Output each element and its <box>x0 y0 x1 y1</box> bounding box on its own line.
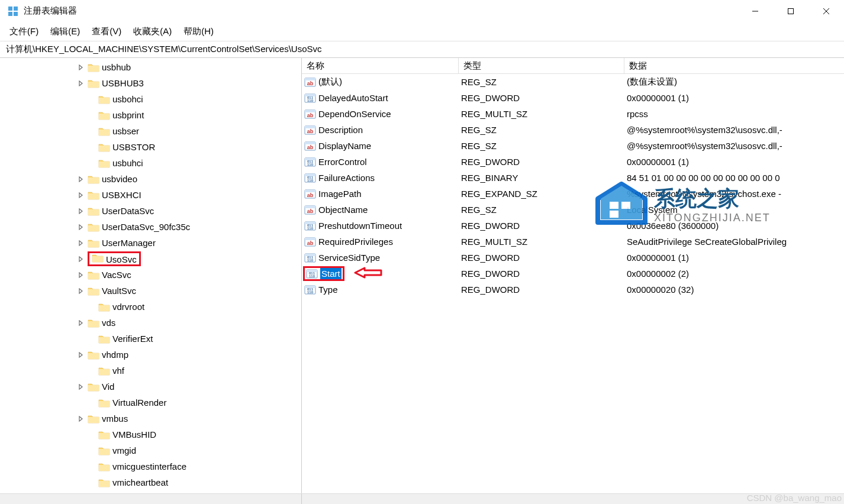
expand-icon[interactable] <box>88 479 96 487</box>
expand-icon[interactable] <box>88 303 96 311</box>
tree-item[interactable]: VerifierExt <box>0 331 301 347</box>
value-row[interactable]: ErrorControlREG_DWORD0x00000001 (1) <box>302 154 844 170</box>
column-data[interactable]: 数据 <box>624 58 844 73</box>
menu-edit[interactable]: 编辑(E) <box>44 24 86 40</box>
tree-item[interactable]: VacSvc <box>0 267 301 283</box>
expand-icon[interactable] <box>88 335 96 343</box>
folder-icon <box>88 270 99 280</box>
cell-data: 0x0036ee80 (3600000) <box>624 221 844 231</box>
value-row[interactable]: ImagePathREG_EXPAND_SZ%systemroot%\syste… <box>302 186 844 202</box>
minimize-button[interactable] <box>737 0 773 22</box>
tree-item[interactable]: usbser <box>0 123 301 139</box>
menu-favorites[interactable]: 收藏夹(A) <box>127 24 178 40</box>
expand-icon[interactable] <box>77 207 85 215</box>
tree-item[interactable]: USBHUB3 <box>0 75 301 91</box>
expand-icon[interactable] <box>88 447 96 455</box>
expand-icon[interactable] <box>88 431 96 439</box>
menu-file[interactable]: 文件(F) <box>4 24 44 40</box>
value-row[interactable]: DisplayNameREG_SZ@%systemroot%\system32\… <box>302 138 844 154</box>
tree-item[interactable]: VMBusHID <box>0 427 301 442</box>
value-row[interactable]: DelayedAutoStartREG_DWORD0x00000001 (1) <box>302 90 844 106</box>
expand-icon[interactable] <box>77 287 85 295</box>
cell-type: REG_DWORD <box>459 269 624 279</box>
column-name[interactable]: 名称 <box>302 58 459 73</box>
addressbar[interactable]: 计算机\HKEY_LOCAL_MACHINE\SYSTEM\CurrentCon… <box>0 41 844 58</box>
expand-icon[interactable] <box>88 367 96 375</box>
expand-icon[interactable] <box>88 127 96 135</box>
annotation-highlight: UsoSvc <box>88 251 141 266</box>
value-row[interactable]: DescriptionREG_SZ@%systemroot%\system32\… <box>302 122 844 138</box>
tree-item[interactable]: usbvideo <box>0 171 301 187</box>
tree-item[interactable]: VaultSvc <box>0 283 301 299</box>
tree-item[interactable]: USBSTOR <box>0 139 301 155</box>
expand-icon[interactable] <box>88 111 96 119</box>
tree-item[interactable]: Vid <box>0 379 301 395</box>
tree-item[interactable]: usbohci <box>0 91 301 107</box>
value-row[interactable]: RequiredPrivilegesREG_MULTI_SZSeAuditPri… <box>302 234 844 250</box>
folder-icon <box>98 95 110 104</box>
svg-rect-12 <box>788 8 794 14</box>
value-row[interactable]: StartREG_DWORD0x00000002 (2) <box>302 266 844 282</box>
expand-icon[interactable] <box>88 463 96 471</box>
column-type[interactable]: 类型 <box>459 58 624 73</box>
expand-icon[interactable] <box>77 175 85 183</box>
maximize-button[interactable] <box>773 0 808 22</box>
tree-item[interactable]: UserManager <box>0 235 301 251</box>
expand-icon[interactable] <box>77 255 85 263</box>
expand-icon[interactable] <box>77 63 85 72</box>
folder-icon <box>98 478 110 487</box>
folder-icon <box>88 238 99 248</box>
tree-hscroll[interactable] <box>0 494 302 504</box>
list-body[interactable]: (默认)REG_SZ(数值未设置)DelayedAutoStartREG_DWO… <box>302 74 844 493</box>
tree-item[interactable]: vhf <box>0 363 301 379</box>
expand-icon[interactable] <box>77 351 85 359</box>
tree-item[interactable]: vmicheartbeat <box>0 474 301 490</box>
folder-icon <box>98 127 110 136</box>
value-row[interactable]: DependOnServiceREG_MULTI_SZrpcss <box>302 106 844 122</box>
tree-item[interactable]: vmgid <box>0 442 301 458</box>
tree-item[interactable]: vhdmp <box>0 347 301 363</box>
tree-item[interactable]: usbhub <box>0 59 301 75</box>
value-row[interactable]: (默认)REG_SZ(数值未设置) <box>302 74 844 90</box>
tree-label: vdrvroot <box>112 302 144 312</box>
expand-icon[interactable] <box>77 415 85 423</box>
tree-panel[interactable]: usbhubUSBHUB3usbohciusbprintusbserUSBSTO… <box>0 58 302 493</box>
tree-item[interactable]: USBXHCI <box>0 187 301 203</box>
expand-icon[interactable] <box>88 159 96 167</box>
cell-data: SeAuditPrivilege SeCreateGlobalPrivileg <box>624 237 844 247</box>
value-row[interactable]: ObjectNameREG_SZLocalSystem <box>302 202 844 218</box>
tree-item[interactable]: VirtualRender <box>0 395 301 411</box>
binary-value-icon <box>304 157 316 167</box>
tree-item[interactable]: vds <box>0 315 301 331</box>
value-row[interactable]: TypeREG_DWORD0x00000020 (32) <box>302 282 844 298</box>
expand-icon[interactable] <box>77 319 85 327</box>
tree-item[interactable]: UsoSvc <box>0 251 301 267</box>
expand-icon[interactable] <box>77 239 85 247</box>
close-button[interactable] <box>808 0 844 22</box>
expand-icon[interactable] <box>77 191 85 199</box>
tree-item[interactable]: vdrvroot <box>0 299 301 315</box>
expand-icon[interactable] <box>77 383 85 391</box>
tree-item[interactable]: UserDataSvc <box>0 203 301 219</box>
expand-icon[interactable] <box>88 95 96 104</box>
value-name: Description <box>318 125 363 135</box>
folder-icon <box>98 430 110 440</box>
value-row[interactable]: FailureActionsREG_BINARY84 51 01 00 00 0… <box>302 170 844 186</box>
expand-icon[interactable] <box>77 271 85 279</box>
tree-item[interactable]: vmbus <box>0 411 301 427</box>
menu-view[interactable]: 查看(V) <box>86 24 127 40</box>
expand-icon[interactable] <box>88 143 96 151</box>
tree-item[interactable]: usbprint <box>0 107 301 123</box>
value-row[interactable]: PreshutdownTimeoutREG_DWORD0x0036ee80 (3… <box>302 218 844 234</box>
tree-item[interactable]: usbuhci <box>0 155 301 171</box>
cell-name: DelayedAutoStart <box>302 93 459 104</box>
menu-help[interactable]: 帮助(H) <box>178 24 220 40</box>
cell-data: 0x00000020 (32) <box>624 285 844 295</box>
cell-type: REG_SZ <box>459 125 624 135</box>
expand-icon[interactable] <box>77 223 85 231</box>
expand-icon[interactable] <box>77 79 85 88</box>
value-row[interactable]: ServiceSidTypeREG_DWORD0x00000001 (1) <box>302 250 844 266</box>
tree-item[interactable]: vmicguestinterface <box>0 458 301 474</box>
expand-icon[interactable] <box>88 399 96 407</box>
tree-item[interactable]: UserDataSvc_90fc35c <box>0 219 301 235</box>
